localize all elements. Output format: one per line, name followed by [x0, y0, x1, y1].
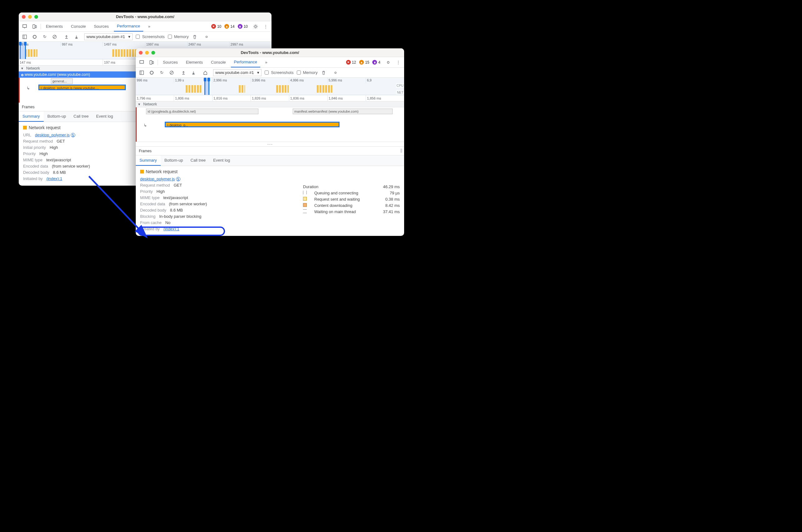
more-tabs-icon[interactable]: »: [145, 22, 153, 31]
minimize-icon[interactable]: [145, 51, 149, 55]
svg-rect-0: [23, 25, 26, 27]
tab-sources[interactable]: Sources: [160, 57, 181, 68]
record-icon[interactable]: [31, 33, 39, 41]
inspect-icon[interactable]: [21, 22, 29, 31]
svg-rect-4: [23, 35, 26, 39]
upload-icon[interactable]: [62, 33, 71, 41]
perf-toolbar: ↻ www.youtube.com #1 ▾ Screenshots Memor…: [136, 68, 404, 78]
window-title: DevTools - www.youtube.com/: [136, 50, 404, 55]
svg-point-9: [206, 36, 207, 37]
initiator-link[interactable]: (index):1: [164, 227, 179, 231]
record-icon[interactable]: [148, 69, 156, 77]
memory-toggle[interactable]: Memory: [167, 34, 189, 40]
error-icon: ✕: [211, 24, 216, 29]
device-toggle-icon[interactable]: [148, 58, 156, 66]
site-select[interactable]: www.youtube.com #1 ▾: [213, 69, 262, 76]
reload-icon[interactable]: ↻: [41, 33, 49, 41]
more-tabs-icon[interactable]: »: [262, 58, 270, 66]
screenshots-toggle[interactable]: Screenshots: [134, 34, 165, 40]
svg-point-13: [387, 61, 389, 63]
memory-toggle[interactable]: Memory: [295, 70, 318, 76]
viewport-handle-right[interactable]: [208, 78, 210, 81]
gear-icon[interactable]: [384, 58, 392, 66]
maximize-icon[interactable]: [151, 51, 155, 55]
subtab-event-log[interactable]: Event log: [209, 155, 234, 166]
subtab-event-log[interactable]: Event log: [92, 111, 117, 122]
js-color-swatch: [23, 126, 27, 130]
tab-console[interactable]: Console: [68, 21, 89, 32]
frames-section[interactable]: Frames: [136, 147, 404, 155]
gc-icon[interactable]: [320, 69, 328, 77]
subtab-bottom-up[interactable]: Bottom-up: [44, 111, 70, 122]
titlebar: DevTools - www.youtube.com/: [19, 13, 271, 21]
kebab-icon[interactable]: ⋮: [394, 58, 402, 66]
timeline-overview[interactable]: 996 ms 1,99 s 2,996 ms 3,996 ms 4,996 ms…: [136, 78, 404, 95]
reveal-icon: ⇅: [71, 133, 75, 137]
minimize-icon[interactable]: [28, 15, 32, 19]
issue-badges[interactable]: ✕10 ▲14 ∎10: [211, 24, 250, 29]
svg-rect-11: [150, 60, 152, 64]
inspect-icon[interactable]: [138, 58, 146, 66]
track-title: Network: [26, 66, 40, 71]
network-track: ▾ Network id (googleads.g.doubleclick.ne…: [136, 101, 404, 142]
download-icon[interactable]: [72, 33, 80, 41]
toggle-sidebar-icon[interactable]: [21, 33, 29, 41]
scrollbar-thumb[interactable]: [400, 149, 402, 153]
viewport-handle-right[interactable]: [24, 42, 26, 45]
gear-icon[interactable]: [203, 33, 211, 41]
subtab-summary[interactable]: Summary: [136, 155, 161, 166]
gear-icon[interactable]: [331, 69, 340, 77]
tab-sources[interactable]: Sources: [91, 21, 112, 32]
svg-rect-1: [33, 25, 35, 28]
request-bar[interactable]: generat...: [51, 78, 73, 84]
kebab-icon[interactable]: ⋮: [262, 22, 270, 31]
tab-console[interactable]: Console: [208, 57, 229, 68]
subtab-call-tree[interactable]: Call tree: [187, 155, 209, 166]
close-icon[interactable]: [139, 51, 142, 55]
request-url-link[interactable]: desktop_polymer.js⇅: [140, 177, 180, 181]
timing-queuing-icon: [303, 191, 307, 194]
viewport-handle-left[interactable]: [19, 42, 21, 45]
tab-performance[interactable]: Performance: [231, 57, 260, 68]
warning-icon: ▲: [224, 24, 229, 29]
gear-icon[interactable]: [251, 22, 260, 31]
perf-toolbar: ↻ www.youtube.com #1 ▾ Screenshots Memor…: [19, 32, 271, 42]
initiator-link[interactable]: (index):1: [46, 176, 62, 181]
screenshots-toggle[interactable]: Screenshots: [263, 70, 293, 76]
site-select[interactable]: www.youtube.com #1 ▾: [84, 33, 133, 40]
upload-icon[interactable]: [179, 69, 188, 77]
subtab-summary[interactable]: Summary: [19, 111, 44, 122]
request-bar[interactable]: manifest.webmanifest (www.youtube.com): [293, 109, 393, 114]
reload-icon[interactable]: ↻: [158, 69, 166, 77]
download-icon[interactable]: [189, 69, 197, 77]
request-bar-selected[interactable]: desktop_p...: [165, 122, 340, 127]
issues-icon: ∎: [372, 60, 377, 64]
tab-performance[interactable]: Performance: [114, 21, 143, 32]
subtab-bottom-up[interactable]: Bottom-up: [161, 155, 187, 166]
request-url-link[interactable]: desktop_polymer.js⇅: [35, 133, 75, 137]
svg-rect-10: [140, 60, 144, 63]
tab-elements[interactable]: Elements: [183, 57, 206, 68]
subtab-call-tree[interactable]: Call tree: [70, 111, 92, 122]
request-bar[interactable]: id (googleads.g.doubleclick.net): [146, 109, 259, 114]
gc-icon[interactable]: [191, 33, 199, 41]
titlebar: DevTools - www.youtube.com/: [136, 49, 404, 57]
device-toggle-icon[interactable]: [31, 22, 39, 31]
issue-badges[interactable]: ✕12 ▲15 ∎4: [346, 60, 382, 64]
collapsed-tracks-divider[interactable]: ⋯: [136, 142, 404, 147]
timing-main-icon: [303, 209, 307, 213]
svg-point-16: [150, 71, 153, 74]
home-icon[interactable]: [201, 69, 209, 77]
error-icon: ✕: [346, 60, 351, 64]
maximize-icon[interactable]: [34, 15, 38, 19]
clear-icon[interactable]: [51, 33, 59, 41]
time-ruler[interactable]: 1,796 ms 1,806 ms 1,816 ms 1,826 ms 1,83…: [136, 95, 404, 101]
svg-point-3: [255, 25, 256, 27]
tab-elements[interactable]: Elements: [43, 21, 66, 32]
viewport-handle-left[interactable]: [204, 78, 206, 81]
clear-icon[interactable]: [168, 69, 176, 77]
details-tabs: Summary Bottom-up Call tree Event log: [136, 155, 404, 166]
request-bar-selected[interactable]: desktop_polymer.js (www.youtube....: [38, 84, 126, 90]
close-icon[interactable]: [22, 15, 25, 19]
toggle-sidebar-icon[interactable]: [138, 69, 146, 77]
